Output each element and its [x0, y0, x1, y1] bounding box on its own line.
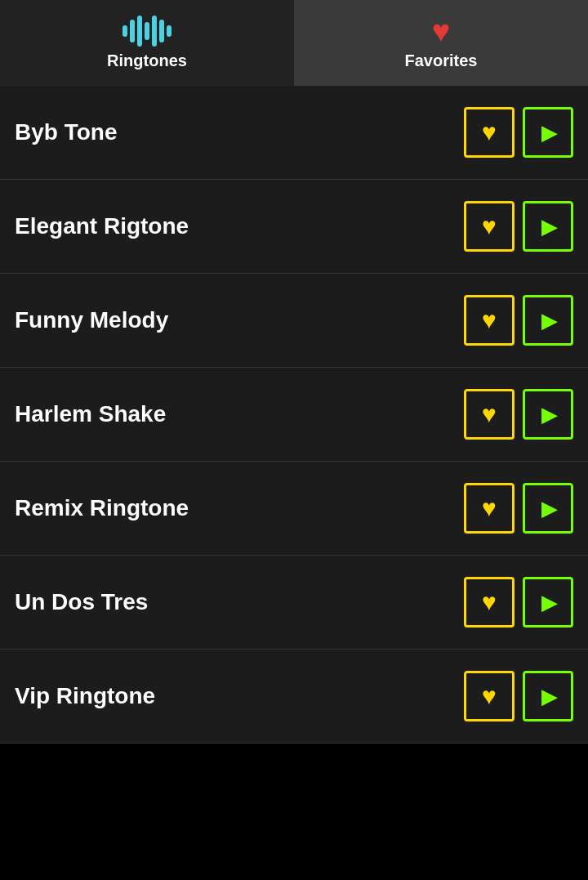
- ringtone-name: Funny Melody: [15, 307, 168, 333]
- ringtone-item: Remix Ringtone♥▶: [0, 462, 588, 556]
- favorite-button[interactable]: ♥: [464, 389, 514, 440]
- ringtone-actions: ♥▶: [464, 671, 573, 721]
- ringtone-name: Vip Ringtone: [15, 683, 155, 709]
- favorite-button[interactable]: ♥: [464, 577, 514, 628]
- play-button[interactable]: ▶: [523, 107, 573, 158]
- favorite-button[interactable]: ♥: [464, 201, 514, 252]
- ringtone-actions: ♥▶: [464, 201, 573, 252]
- favorite-button[interactable]: ♥: [464, 671, 514, 721]
- favorite-button[interactable]: ♥: [464, 483, 514, 534]
- ringtone-name: Remix Ringtone: [15, 495, 189, 521]
- play-button[interactable]: ▶: [523, 483, 573, 534]
- ringtone-actions: ♥▶: [464, 483, 573, 534]
- heart-yellow-icon: ♥: [482, 496, 497, 520]
- tab-ringtones[interactable]: Ringtones: [0, 0, 294, 86]
- play-triangle-icon: ▶: [541, 686, 558, 707]
- heart-yellow-icon: ♥: [482, 214, 497, 239]
- play-button[interactable]: ▶: [523, 389, 573, 440]
- ringtone-name: Elegant Rigtone: [15, 213, 189, 239]
- favorite-button[interactable]: ♥: [464, 295, 514, 346]
- waveform-icon: [122, 16, 172, 47]
- heart-yellow-icon: ♥: [482, 402, 497, 427]
- ringtone-list: Byb Tone♥▶Elegant Rigtone♥▶Funny Melody♥…: [0, 86, 588, 744]
- favorite-button[interactable]: ♥: [464, 107, 514, 158]
- favorites-tab-label: Favorites: [405, 51, 478, 70]
- ringtone-actions: ♥▶: [464, 389, 573, 440]
- play-triangle-icon: ▶: [541, 310, 558, 331]
- tab-favorites[interactable]: ♥ Favorites: [294, 0, 588, 86]
- tab-bar: Ringtones ♥ Favorites: [0, 0, 588, 86]
- play-button[interactable]: ▶: [523, 577, 573, 628]
- ringtone-item: Un Dos Tres♥▶: [0, 556, 588, 650]
- ringtone-item: Funny Melody♥▶: [0, 274, 588, 368]
- play-button[interactable]: ▶: [523, 295, 573, 346]
- ringtone-name: Harlem Shake: [15, 401, 166, 427]
- ringtone-item: Byb Tone♥▶: [0, 86, 588, 180]
- ringtone-name: Un Dos Tres: [15, 589, 148, 615]
- ringtone-item: Harlem Shake♥▶: [0, 368, 588, 462]
- heart-yellow-icon: ♥: [482, 684, 497, 708]
- play-triangle-icon: ▶: [541, 592, 558, 613]
- play-triangle-icon: ▶: [541, 498, 558, 519]
- ringtone-name: Byb Tone: [15, 119, 117, 145]
- heart-yellow-icon: ♥: [482, 590, 497, 614]
- play-triangle-icon: ▶: [541, 216, 558, 237]
- play-button[interactable]: ▶: [523, 201, 573, 252]
- heart-yellow-icon: ♥: [482, 120, 497, 145]
- heart-red-icon: ♥: [432, 16, 451, 47]
- ringtone-item: Elegant Rigtone♥▶: [0, 180, 588, 274]
- play-button[interactable]: ▶: [523, 671, 573, 721]
- ringtone-actions: ♥▶: [464, 295, 573, 346]
- ringtone-item: Vip Ringtone♥▶: [0, 650, 588, 744]
- heart-yellow-icon: ♥: [482, 308, 497, 333]
- ringtone-actions: ♥▶: [464, 577, 573, 628]
- play-triangle-icon: ▶: [541, 122, 558, 143]
- ringtones-tab-label: Ringtones: [107, 51, 187, 70]
- play-triangle-icon: ▶: [541, 404, 558, 425]
- ringtone-actions: ♥▶: [464, 107, 573, 158]
